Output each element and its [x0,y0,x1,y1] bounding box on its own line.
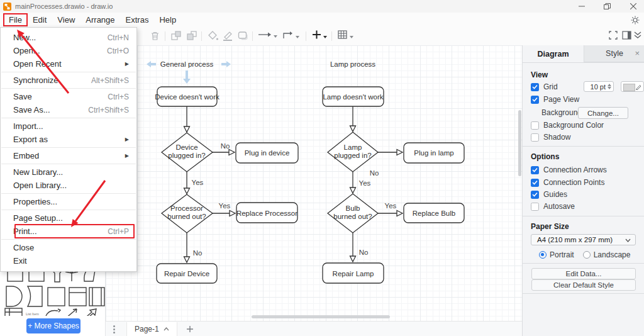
more-shapes-button[interactable]: + More Shapes [26,318,80,333]
page-tab[interactable]: Page-1 [126,322,177,336]
menu-item-save[interactable]: SaveCtrl+S [1,90,136,103]
menu-item-page-setup[interactable]: Page Setup... [1,211,136,225]
menu-separator [1,239,136,240]
shape-process[interactable] [89,288,104,306]
menu-item-properties[interactable]: Properties... [1,195,136,208]
menu-item-exit[interactable]: Exit [1,254,136,267]
direction-arrow-left[interactable] [147,61,156,67]
menu-item-export-as[interactable]: Export as▶ [1,133,136,146]
shape-square[interactable] [48,288,65,306]
format-panel-tabs: Diagram Style × [523,45,644,63]
shape-diagonal-arrow[interactable] [65,309,77,316]
connection-arrows-checkbox[interactable] [531,166,539,174]
grid-size-input[interactable]: 10 pt [584,81,614,92]
vertical-scrollbar[interactable] [518,110,521,176]
tab-diagram[interactable]: Diagram [523,45,584,62]
menu-item-open-recent[interactable]: Open Recent▶ [1,57,136,70]
menu-item-open-library[interactable]: Open Library... [1,179,136,192]
direction-arrow-down[interactable] [183,70,191,84]
grid-color-button[interactable] [621,81,644,92]
page-bar: Page-1 [106,321,522,336]
to-back-icon[interactable] [187,31,197,41]
menu-separator [1,164,136,164]
view-section-header: View [531,70,548,79]
add-page-icon[interactable] [186,325,194,333]
menu-view[interactable]: View [52,14,80,26]
fill-color-icon[interactable] [208,31,219,41]
edit-data-button[interactable]: Edit Data... [531,268,636,279]
spinner-down-icon[interactable] [608,87,611,89]
paper-size-select[interactable]: A4 (210 mm x 297 mm) [531,234,636,245]
portrait-radio[interactable] [539,251,547,259]
format-panel-toggle-icon[interactable] [622,31,631,40]
shape-curve-arrow[interactable] [45,310,58,316]
menu-item-print[interactable]: Print... Ctrl+P [1,225,136,238]
edge-label: No [221,142,230,150]
menu-extras[interactable]: Extras [121,14,154,26]
connection-points-checkbox[interactable] [531,179,539,187]
autosave-checkbox[interactable] [531,203,539,211]
menu-edit[interactable]: Edit [28,14,52,26]
menu-item-new-library[interactable]: New Library... [1,165,136,179]
grid-checkbox[interactable] [531,83,539,91]
guides-checkbox[interactable] [531,191,539,199]
collapse-chevrons-icon[interactable] [634,31,641,40]
shape-delay[interactable] [6,286,22,306]
menu-item-import[interactable]: Import... [1,120,136,133]
clear-default-style-label: Clear Default Style [553,281,614,289]
shape-card[interactable] [28,286,42,306]
menu-item-open[interactable]: Open...Ctrl+O [1,44,136,57]
panel-divider [523,293,644,294]
grid-label: Grid [543,82,558,91]
menu-separator [1,193,136,194]
insert-dropdown[interactable] [312,30,327,42]
waypoint-icon [282,30,294,40]
shape-internal-storage[interactable] [69,288,86,306]
spinner-up-icon[interactable] [608,84,611,86]
restore-button[interactable] [596,0,618,13]
shadow-checkbox[interactable] [531,133,539,142]
menu-item-synchronize[interactable]: SynchronizeAlt+Shift+S [1,74,136,87]
menu-item-embed[interactable]: Embed▶ [1,149,136,162]
menu-file[interactable]: File [4,14,27,26]
orientation-row: Portrait Landscape [539,250,630,259]
menu-item-close[interactable]: Close [1,241,136,254]
panel-close-icon[interactable]: × [635,48,640,58]
arrowhead [350,188,356,193]
horizontal-scrollbar[interactable] [252,315,390,318]
menu-item-save-as[interactable]: Save As...Ctrl+Shift+S [1,103,136,116]
theme-toggle-icon[interactable] [631,16,640,25]
portrait-label: Portrait [550,250,574,259]
minimize-button[interactable] [571,0,592,13]
menu-item-new[interactable]: New...Ctrl+N [1,31,136,44]
close-button[interactable] [623,0,644,13]
diagram-canvas[interactable]: General process [106,45,522,321]
page-view-checkbox[interactable] [531,96,539,104]
pages-menu-icon[interactable] [113,325,115,333]
table-dropdown[interactable] [338,30,353,42]
arrowhead [184,188,190,194]
connection-style-dropdown[interactable] [258,30,277,42]
direction-arrow-right[interactable] [221,61,231,67]
line-color-icon[interactable] [222,31,233,41]
flowchart-title[interactable]: General process [160,60,214,68]
node-label: Lamp [344,143,362,151]
change-background-button[interactable]: Change... [578,107,628,119]
shadow-icon[interactable] [238,31,248,41]
flowchart-title[interactable]: Lamp process [330,60,375,68]
shape-block-arrow[interactable] [83,309,96,316]
chevron-down-icon [350,36,353,38]
menu-help[interactable]: Help [154,14,181,26]
delete-icon[interactable] [150,31,160,41]
arrowhead [184,126,190,132]
to-front-icon[interactable] [171,31,181,41]
menu-arrange[interactable]: Arrange [80,14,119,26]
fullscreen-icon[interactable] [609,31,618,40]
clear-default-style-button[interactable]: Clear Default Style [531,279,636,291]
node-label: Plug in lamp [414,149,453,157]
connection-points-label: Connection Points [543,178,604,187]
background-color-checkbox[interactable] [531,121,539,130]
landscape-radio[interactable] [583,251,591,259]
waypoint-style-dropdown[interactable] [282,30,299,42]
shape-list-item-label[interactable]: List Item [26,312,39,316]
